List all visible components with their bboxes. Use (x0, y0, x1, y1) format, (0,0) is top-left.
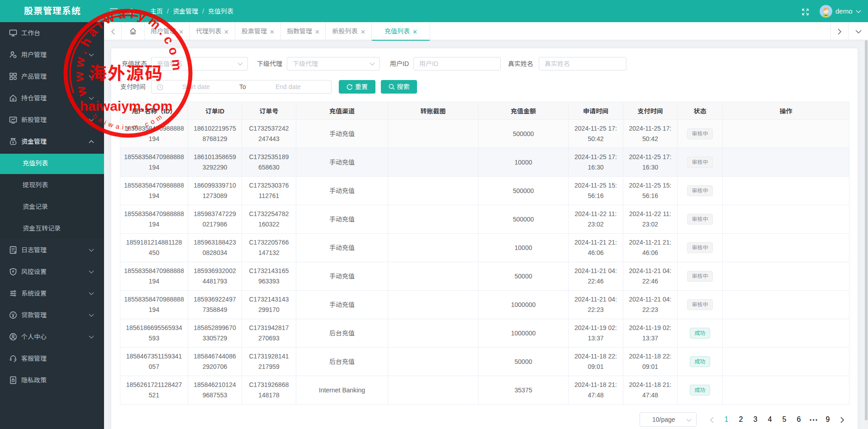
svg-text:haiwaiym.com: haiwaiym.com (80, 99, 172, 113)
svg-text:海外源码: 海外源码 (89, 59, 163, 85)
